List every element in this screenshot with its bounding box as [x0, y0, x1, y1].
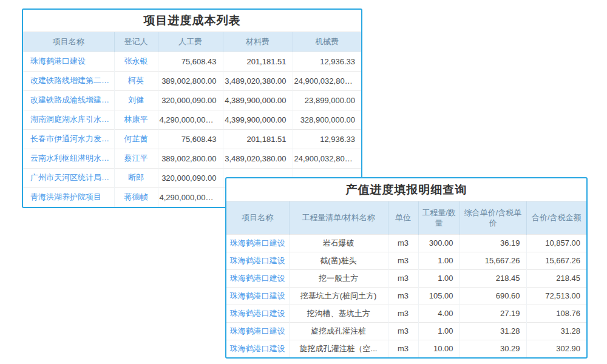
boq-material-name-cell: 岩石爆破	[289, 234, 388, 252]
cost-table-row: 改建铁路线增建第二线... 柯英 389,002,800.00 3,489,02…	[23, 71, 361, 90]
project-name-link[interactable]: 珠海鹤港口建设	[226, 340, 289, 357]
registrant-link[interactable]: 林康平	[114, 110, 158, 129]
output-value-table-card: 产值进度填报明细查询 项目名称 工程量清单/材料名称 单位 工程量/数量 综合单…	[225, 177, 588, 359]
boq-material-name-cell: 挖一般土方	[289, 269, 388, 287]
cost-table-title: 项目进度成本列表	[23, 10, 361, 32]
output-table-row: 珠海鹤港口建设 截(凿)桩头 m3 1.00 15,667.26 15,667.…	[226, 252, 586, 269]
output-value-table: 项目名称 工程量清单/材料名称 单位 工程量/数量 综合单价/含税单价 合价/含…	[226, 201, 586, 357]
unit-price-cell: 27.19	[459, 305, 526, 322]
project-name-link[interactable]: 广州市天河区统计局机...	[23, 168, 114, 187]
unit-price-cell: 218.45	[459, 269, 526, 287]
unit-cell: m3	[388, 287, 418, 305]
material-cost-cell: 201,181.51	[223, 129, 293, 149]
output-value-table-title: 产值进度填报明细查询	[226, 178, 586, 201]
unit-cell: m3	[388, 252, 418, 269]
cost-col-header-machine: 机械费	[293, 32, 361, 52]
material-cost-cell: 3,489,020,380.00	[223, 149, 293, 168]
cost-col-header-material: 材料费	[223, 32, 293, 52]
total-price-cell: 15,667.26	[526, 252, 586, 269]
unit-price-cell: 36.19	[459, 234, 526, 252]
output-table-row: 珠海鹤港口建设 旋挖成孔灌注桩（空... m3 10.00 30.29 302.…	[226, 340, 586, 357]
machine-cost-cell: 328,900,000.00	[293, 110, 361, 129]
registrant-link[interactable]: 张永银	[114, 52, 158, 71]
output-col-header-total: 合价/含税金额	[526, 201, 586, 234]
output-table-header-row: 项目名称 工程量清单/材料名称 单位 工程量/数量 综合单价/含税单价 合价/含…	[226, 201, 586, 234]
output-col-header-item: 工程量清单/材料名称	[289, 201, 388, 234]
unit-price-cell: 30.29	[459, 340, 526, 357]
boq-material-name-cell: 挖沟槽、基坑土方	[289, 305, 388, 322]
labor-cost-cell: 75,608.43	[158, 52, 223, 71]
unit-cell: m3	[388, 234, 418, 252]
project-name-link[interactable]: 珠海鹤港口建设	[226, 305, 289, 322]
project-name-link[interactable]: 改建铁路线增建第二线...	[23, 71, 114, 90]
quantity-cell: 1.00	[418, 252, 459, 269]
unit-cell: m3	[388, 340, 418, 357]
cost-table-row: 云南水利枢纽潜明水库... 蔡江平 389,002,800.00 3,489,0…	[23, 149, 361, 168]
output-col-header-unit: 单位	[388, 201, 418, 234]
cost-col-header-project: 项目名称	[23, 32, 114, 52]
registrant-link[interactable]: 柯英	[114, 71, 158, 90]
project-name-link[interactable]: 珠海鹤港口建设	[226, 269, 289, 287]
total-price-cell: 31.28	[526, 322, 586, 340]
project-name-link[interactable]: 湖南洞庭湖水库引水工...	[23, 110, 114, 129]
project-name-link[interactable]: 珠海鹤港口建设	[226, 322, 289, 340]
machine-cost-cell: 12,936.33	[293, 52, 361, 71]
unit-price-cell: 15,667.26	[459, 252, 526, 269]
labor-cost-cell: 75,608.43	[158, 129, 223, 149]
labor-cost-cell: 320,000,090.00	[158, 168, 223, 187]
project-name-link[interactable]: 云南水利枢纽潜明水库...	[23, 149, 114, 168]
page: { "colors": { "card_border": "#29a7e2", …	[0, 0, 607, 364]
project-name-link[interactable]: 珠海鹤港口建设	[226, 252, 289, 269]
unit-cell: m3	[388, 305, 418, 322]
cost-col-header-registrant: 登记人	[114, 32, 158, 52]
total-price-cell: 108.76	[526, 305, 586, 322]
material-cost-cell: 4,389,900,000.00	[223, 90, 293, 110]
material-cost-cell: 3,489,020,380.00	[223, 71, 293, 90]
registrant-link[interactable]: 断郎	[114, 168, 158, 187]
output-table-body: 珠海鹤港口建设 岩石爆破 m3 300.00 36.19 10,857.00 珠…	[226, 234, 586, 357]
registrant-link[interactable]: 刘健	[114, 90, 158, 110]
cost-table-header-row: 项目名称 登记人 人工费 材料费 机械费	[23, 32, 361, 52]
labor-cost-cell: 389,002,800.00	[158, 149, 223, 168]
quantity-cell: 10.00	[418, 340, 459, 357]
unit-price-cell: 690.60	[459, 287, 526, 305]
output-col-header-unit-price: 综合单价/含税单价	[459, 201, 526, 234]
total-price-cell: 302.90	[526, 340, 586, 357]
output-col-header-quantity: 工程量/数量	[418, 201, 459, 234]
labor-cost-cell: 4,290,000,000.00	[158, 110, 223, 129]
project-name-link[interactable]: 长春市伊通河水力发电...	[23, 129, 114, 149]
total-price-cell: 218.45	[526, 269, 586, 287]
project-name-link[interactable]: 青海洪湖养护院项目	[23, 187, 114, 207]
registrant-link[interactable]: 蔡江平	[114, 149, 158, 168]
project-name-link[interactable]: 珠海鹤港口建设	[226, 287, 289, 305]
cost-table-row: 湖南洞庭湖水库引水工... 林康平 4,290,000,000.00 4,399…	[23, 110, 361, 129]
machine-cost-cell: 24,900,032,800.00	[293, 71, 361, 90]
unit-cell: m3	[388, 322, 418, 340]
registrant-link[interactable]: 蒋德帧	[114, 187, 158, 207]
cost-table-row: 珠海鹤港口建设 张永银 75,608.43 201,181.51 12,936.…	[23, 52, 361, 71]
unit-cell: m3	[388, 269, 418, 287]
labor-cost-cell: 389,002,800.00	[158, 71, 223, 90]
project-name-link[interactable]: 珠海鹤港口建设	[23, 52, 114, 71]
machine-cost-cell: 23,899,000.00	[293, 90, 361, 110]
cost-table-row: 改建铁路成渝线增建第... 刘健 320,000,090.00 4,389,90…	[23, 90, 361, 110]
output-col-header-project: 项目名称	[226, 201, 289, 234]
quantity-cell: 105.00	[418, 287, 459, 305]
project-name-link[interactable]: 改建铁路成渝线增建第...	[23, 90, 114, 110]
labor-cost-cell: 4,290,000,000.00	[158, 187, 223, 207]
output-table-row: 珠海鹤港口建设 挖沟槽、基坑土方 m3 4.00 27.19 108.76	[226, 305, 586, 322]
machine-cost-cell: 24,900,032,800.00	[293, 149, 361, 168]
cost-col-header-labor: 人工费	[158, 32, 223, 52]
registrant-link[interactable]: 何芷茵	[114, 129, 158, 149]
output-table-row: 珠海鹤港口建设 旋挖成孔灌注桩 m3 1.00 31.28 31.28	[226, 322, 586, 340]
labor-cost-cell: 320,000,090.00	[158, 90, 223, 110]
boq-material-name-cell: 截(凿)桩头	[289, 252, 388, 269]
total-price-cell: 10,857.00	[526, 234, 586, 252]
output-table-row: 珠海鹤港口建设 岩石爆破 m3 300.00 36.19 10,857.00	[226, 234, 586, 252]
quantity-cell: 1.00	[418, 269, 459, 287]
quantity-cell: 1.00	[418, 322, 459, 340]
output-table-row: 珠海鹤港口建设 挖一般土方 m3 1.00 218.45 218.45	[226, 269, 586, 287]
quantity-cell: 4.00	[418, 305, 459, 322]
project-name-link[interactable]: 珠海鹤港口建设	[226, 234, 289, 252]
material-cost-cell: 4,399,900,000.00	[223, 110, 293, 129]
